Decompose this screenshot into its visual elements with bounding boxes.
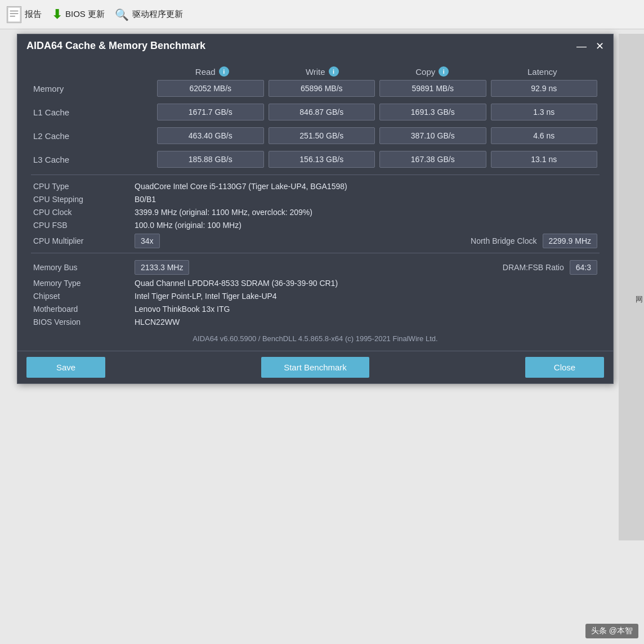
cpu-type-value: QuadCore Intel Core i5-1130G7 (Tiger Lak… xyxy=(135,182,347,191)
memory-copy: 59891 MB/s xyxy=(379,80,486,97)
window-content: Read i Write i Copy i Latency Memory 620… xyxy=(17,57,613,351)
start-benchmark-button[interactable]: Start Benchmark xyxy=(261,357,369,378)
l3-write: 156.13 GB/s xyxy=(269,151,375,168)
memory-label: Memory xyxy=(31,84,155,93)
motherboard-value: Lenovo ThinkBook 13x ITG xyxy=(135,305,230,314)
l3-latency: 13.1 ns xyxy=(491,151,598,168)
cpu-clock-row: CPU Clock 3399.9 MHz (original: 1100 MHz… xyxy=(31,207,600,218)
cpu-stepping-label: CPU Stepping xyxy=(33,195,135,204)
memory-write: 65896 MB/s xyxy=(269,80,375,97)
footer-note: AIDA64 v6.60.5900 / BenchDLL 4.5.865.8-x… xyxy=(31,330,600,345)
l1-read: 1671.7 GB/s xyxy=(157,104,264,120)
header-write: Write i xyxy=(267,66,378,77)
cpu-multiplier-label: CPU Multiplier xyxy=(33,236,135,245)
cpu-fsb-value: 100.0 MHz (original: 100 MHz) xyxy=(135,221,242,230)
bios-label: BIOS 更新 xyxy=(65,9,105,20)
read-info-icon[interactable]: i xyxy=(219,66,229,77)
copy-info-icon[interactable]: i xyxy=(439,66,449,77)
cpu-type-label: CPU Type xyxy=(33,182,135,191)
dram-fsb-value: 64:3 xyxy=(570,260,597,275)
l2-write: 251.50 GB/s xyxy=(269,127,375,144)
bios-value: HLCN22WW xyxy=(135,317,180,327)
motherboard-label: Motherboard xyxy=(33,305,135,314)
divider-1 xyxy=(31,175,600,175)
memory-read: 62052 MB/s xyxy=(157,80,264,97)
chipset-value: Intel Tiger Point-LP, Intel Tiger Lake-U… xyxy=(135,292,277,301)
search-icon: 🔍 xyxy=(115,8,129,21)
memory-row: Memory 62052 MB/s 65896 MB/s 59891 MB/s … xyxy=(31,80,600,97)
l3-copy: 167.38 GB/s xyxy=(379,151,486,168)
north-bridge-section: North Bridge Clock 2299.9 MHz xyxy=(166,234,597,248)
header-copy: Copy i xyxy=(377,66,488,77)
l2-label: L2 Cache xyxy=(31,131,155,141)
toolbar-report[interactable]: 报告 xyxy=(7,6,42,23)
cpu-fsb-label: CPU FSB xyxy=(33,221,135,230)
header-read: Read i xyxy=(157,66,267,77)
cpu-multiplier-value: 34x xyxy=(135,234,160,248)
cpu-clock-label: CPU Clock xyxy=(33,208,135,217)
cpu-multiplier-row: CPU Multiplier 34x North Bridge Clock 22… xyxy=(31,232,600,249)
memory-info-section: Memory Bus 2133.3 MHz DRAM:FSB Ratio 64:… xyxy=(31,259,600,328)
header-empty xyxy=(33,66,157,77)
bios-row: BIOS Version HLCN22WW xyxy=(31,316,600,328)
l2-latency: 4.6 ns xyxy=(491,127,598,144)
svg-rect-0 xyxy=(8,7,20,22)
system-info-section: CPU Type QuadCore Intel Core i5-1130G7 (… xyxy=(31,181,600,249)
memory-type-row: Memory Type Quad Channel LPDDR4-8533 SDR… xyxy=(31,278,600,289)
cpu-stepping-row: CPU Stepping B0/B1 xyxy=(31,194,600,205)
l1-copy: 1691.3 GB/s xyxy=(379,104,486,120)
doc-icon xyxy=(7,6,21,23)
l3-read: 185.88 GB/s xyxy=(157,151,264,168)
window-footer: Save Start Benchmark Close xyxy=(17,351,613,383)
right-edge: 网 xyxy=(619,34,644,540)
l3-cache-row: L3 Cache 185.88 GB/s 156.13 GB/s 167.38 … xyxy=(31,151,600,168)
minimize-button[interactable]: — xyxy=(576,41,587,51)
window-controls: — ✕ xyxy=(576,41,604,51)
cpu-type-row: CPU Type QuadCore Intel Core i5-1130G7 (… xyxy=(31,181,600,192)
dram-fsb-section: DRAM:FSB Ratio 64:3 xyxy=(195,260,597,275)
memory-bus-value: 2133.3 MHz xyxy=(135,260,189,275)
chipset-label: Chipset xyxy=(33,292,135,301)
l1-write: 846.87 GB/s xyxy=(269,104,375,120)
header-latency: Latency xyxy=(488,66,598,77)
cpu-clock-value: 3399.9 MHz (original: 1100 MHz, overcloc… xyxy=(135,208,312,217)
memory-type-label: Memory Type xyxy=(33,279,135,288)
l1-cache-row: L1 Cache 1671.7 GB/s 846.87 GB/s 1691.3 … xyxy=(31,104,600,120)
save-button[interactable]: Save xyxy=(26,357,105,378)
l1-label: L1 Cache xyxy=(31,108,155,117)
write-info-icon[interactable]: i xyxy=(329,66,339,77)
cpu-stepping-value: B0/B1 xyxy=(135,195,156,204)
l3-label: L3 Cache xyxy=(31,155,155,164)
download-icon: ⬇ xyxy=(52,7,62,22)
chipset-row: Chipset Intel Tiger Point-LP, Intel Tige… xyxy=(31,290,600,302)
l1-latency: 1.3 ns xyxy=(491,104,598,120)
motherboard-row: Motherboard Lenovo ThinkBook 13x ITG xyxy=(31,303,600,315)
memory-type-value: Quad Channel LPDDR4-8533 SDRAM (36-39-39… xyxy=(135,279,338,288)
benchmark-header: Read i Write i Copy i Latency xyxy=(31,66,600,77)
toolbar-bios[interactable]: ⬇ BIOS 更新 xyxy=(52,7,105,22)
cpu-fsb-row: CPU FSB 100.0 MHz (original: 100 MHz) xyxy=(31,220,600,231)
memory-bus-row: Memory Bus 2133.3 MHz DRAM:FSB Ratio 64:… xyxy=(31,259,600,276)
l2-cache-row: L2 Cache 463.40 GB/s 251.50 GB/s 387.10 … xyxy=(31,127,600,144)
l2-copy: 387.10 GB/s xyxy=(379,127,486,144)
memory-bus-label: Memory Bus xyxy=(33,263,135,272)
window-title: AIDA64 Cache & Memory Benchmark xyxy=(26,40,205,52)
close-button[interactable]: Close xyxy=(525,357,604,378)
close-window-button[interactable]: ✕ xyxy=(596,41,604,51)
toolbar: 报告 ⬇ BIOS 更新 🔍 驱动程序更新 xyxy=(0,0,644,29)
divider-2 xyxy=(31,253,600,253)
north-bridge-label: North Bridge Clock xyxy=(471,236,537,245)
driver-label: 驱动程序更新 xyxy=(132,9,183,20)
toolbar-driver[interactable]: 🔍 驱动程序更新 xyxy=(115,8,183,21)
window-titlebar: AIDA64 Cache & Memory Benchmark — ✕ xyxy=(17,34,613,57)
north-bridge-value: 2299.9 MHz xyxy=(543,234,597,248)
dram-fsb-label: DRAM:FSB Ratio xyxy=(503,263,564,272)
bottom-right-label: 头条 @本智 xyxy=(585,624,638,638)
report-label: 报告 xyxy=(25,9,42,20)
l2-read: 463.40 GB/s xyxy=(157,127,264,144)
bios-label: BIOS Version xyxy=(33,317,135,327)
main-window: AIDA64 Cache & Memory Benchmark — ✕ Read… xyxy=(17,34,614,384)
memory-latency: 92.9 ns xyxy=(491,80,598,97)
